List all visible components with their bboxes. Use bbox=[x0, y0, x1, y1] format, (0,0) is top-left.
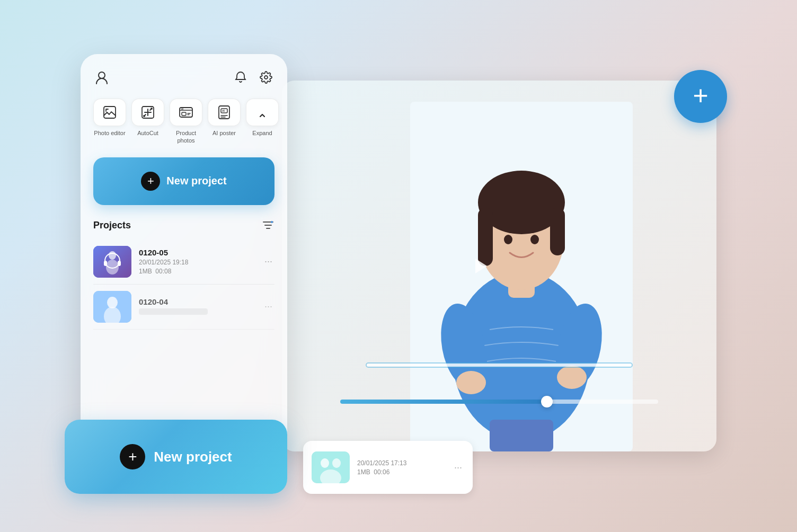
ai-poster-label: AI poster bbox=[212, 129, 236, 137]
svg-point-11 bbox=[456, 371, 486, 394]
svg-point-39 bbox=[332, 458, 341, 468]
project-more-3[interactable]: ··· bbox=[452, 460, 464, 475]
bell-icon[interactable] bbox=[232, 69, 249, 86]
svg-text:AI: AI bbox=[222, 109, 225, 112]
tool-autocut[interactable]: AutoCut bbox=[131, 99, 164, 145]
person-illustration bbox=[410, 102, 633, 451]
tool-photo-editor[interactable]: Photo editor bbox=[93, 99, 126, 145]
floating-new-project-panel[interactable]: + New project bbox=[65, 420, 287, 494]
bottom-project-item[interactable]: 20/01/2025 17:13 1MB 00:06 ··· bbox=[303, 441, 473, 494]
tool-ai-poster[interactable]: AI AI poster bbox=[208, 99, 241, 145]
svg-text:AI: AI bbox=[181, 108, 183, 110]
expand-label: Expand bbox=[252, 129, 272, 137]
filter-icon[interactable] bbox=[262, 220, 274, 230]
photo-editor-label: Photo editor bbox=[94, 129, 125, 137]
svg-point-35 bbox=[107, 297, 118, 308]
project-thumb-3 bbox=[312, 451, 350, 483]
tool-product-photos[interactable]: AI Product photos bbox=[170, 99, 202, 145]
ai-poster-icon-box: AI bbox=[208, 99, 241, 126]
add-new-fab[interactable]: + bbox=[674, 70, 727, 123]
svg-rect-16 bbox=[104, 107, 116, 118]
project-name-2: 0120-04 bbox=[139, 297, 255, 306]
projects-section-header: Projects bbox=[93, 220, 274, 231]
profile-icon[interactable] bbox=[93, 69, 110, 86]
tool-grid: Photo editor AutoCut bbox=[93, 99, 274, 145]
tool-expand[interactable]: Expand bbox=[246, 99, 279, 145]
svg-point-8 bbox=[530, 235, 539, 244]
cut-line bbox=[367, 363, 632, 367]
plus-fab-icon: + bbox=[693, 82, 708, 109]
project-meta-1: 1MB 00:08 bbox=[139, 268, 255, 275]
svg-point-32 bbox=[109, 251, 116, 260]
project-date-1: 20/01/2025 19:18 bbox=[139, 259, 255, 266]
settings-icon[interactable] bbox=[258, 69, 274, 86]
project-info-1: 0120-05 20/01/2025 19:18 1MB 00:08 bbox=[139, 248, 255, 275]
new-project-label: New project bbox=[166, 175, 226, 187]
product-photos-label: Product photos bbox=[170, 129, 202, 145]
project-more-1[interactable]: ··· bbox=[262, 254, 274, 269]
project-item-1[interactable]: 0120-05 20/01/2025 19:18 1MB 00:08 ··· bbox=[93, 240, 274, 285]
svg-rect-6 bbox=[550, 208, 565, 255]
floating-plus-icon: + bbox=[120, 444, 145, 469]
svg-point-19 bbox=[143, 115, 145, 117]
project-date-2 bbox=[139, 308, 208, 315]
project-info-2: 0120-04 bbox=[139, 297, 255, 316]
svg-rect-21 bbox=[182, 112, 186, 116]
svg-point-26 bbox=[271, 221, 273, 223]
svg-point-15 bbox=[264, 76, 268, 79]
slider-thumb[interactable] bbox=[541, 396, 553, 407]
app-header bbox=[93, 69, 274, 86]
new-project-plus-icon: + bbox=[141, 172, 160, 191]
timeline-slider[interactable] bbox=[340, 400, 658, 404]
svg-point-14 bbox=[99, 72, 105, 78]
svg-rect-5 bbox=[478, 208, 493, 266]
project-info-3: 20/01/2025 17:13 1MB 00:06 bbox=[357, 459, 445, 476]
svg-rect-13 bbox=[490, 420, 553, 451]
slider-fill bbox=[340, 400, 547, 404]
projects-title: Projects bbox=[93, 220, 131, 231]
header-right-icons bbox=[232, 69, 274, 86]
svg-point-18 bbox=[150, 108, 153, 110]
floating-new-project-label: New project bbox=[154, 449, 232, 465]
photo-preview-area bbox=[282, 81, 716, 451]
project-meta-3: 1MB 00:06 bbox=[357, 468, 445, 476]
svg-point-38 bbox=[321, 458, 329, 468]
project-name-1: 0120-05 bbox=[139, 248, 255, 257]
svg-point-7 bbox=[504, 235, 512, 244]
product-photos-icon-box: AI bbox=[170, 99, 202, 126]
autocut-icon-box bbox=[131, 99, 164, 126]
project-date-3: 20/01/2025 17:13 bbox=[357, 459, 445, 467]
photo-editor-icon-box bbox=[93, 99, 126, 126]
project-thumb-2 bbox=[93, 291, 131, 323]
mobile-app-panel: Photo editor AutoCut bbox=[81, 54, 287, 467]
svg-point-12 bbox=[557, 366, 587, 389]
main-scene: Photo editor AutoCut bbox=[81, 38, 716, 494]
new-project-button[interactable]: + New project bbox=[93, 157, 274, 205]
autocut-label: AutoCut bbox=[137, 129, 158, 137]
play-arrow-indicator bbox=[475, 259, 487, 273]
project-more-2[interactable]: ··· bbox=[262, 299, 274, 314]
expand-icon-box bbox=[246, 99, 279, 126]
project-item-2[interactable]: 0120-04 ··· bbox=[93, 285, 274, 330]
svg-point-33 bbox=[106, 260, 119, 274]
project-thumb-1 bbox=[93, 246, 131, 278]
